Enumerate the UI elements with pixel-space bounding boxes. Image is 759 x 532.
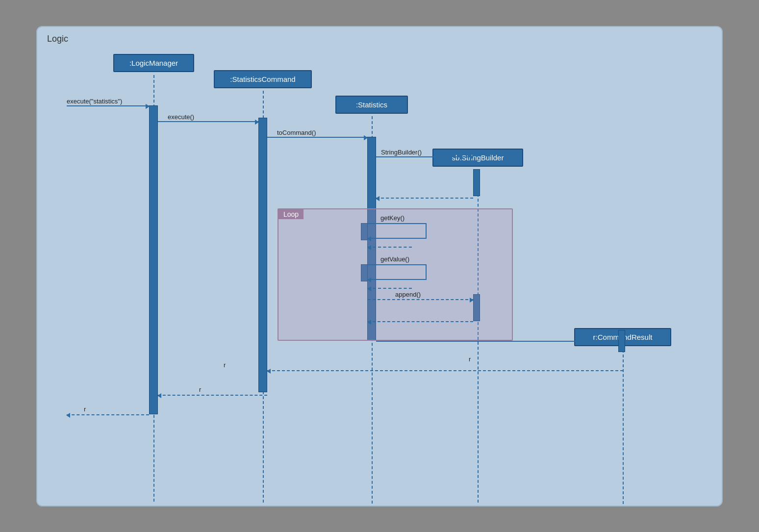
arrow-stringbuilder: StringBuilder() (376, 156, 473, 157)
msg-execute: execute() (168, 113, 194, 121)
msg-getvalue: getValue() (380, 255, 409, 263)
msg-r-lm: r (199, 386, 201, 393)
arrow-append (368, 299, 473, 300)
msg-r-sc: r (224, 361, 226, 369)
lifeline-box-statisticscommand: :StatisticsCommand (214, 70, 312, 88)
msg-execute-statistics: execute("statistics") (67, 98, 122, 105)
diagram-container: Logic :LogicManager :StatisticsCommand :… (36, 26, 723, 507)
arrow-execute: execute() (158, 121, 258, 122)
lifeline-box-statistics: :Statistics (335, 96, 408, 114)
msg-stringbuilder: StringBuilder() (381, 149, 422, 156)
lifeline-box-stringbuilder: sb:StringBuilder (432, 149, 523, 167)
arrow-return-sc-lm (158, 395, 267, 396)
msg-r-cr: r (469, 355, 471, 363)
self-arrow-getkey-return (368, 247, 412, 248)
msg-getkey: getKey() (380, 214, 405, 222)
activation-logicmanager (149, 105, 158, 414)
arrow-return-sb-st (376, 198, 473, 199)
lifeline-box-logicmanager: :LogicManager (113, 54, 194, 72)
activation-commandresult (618, 330, 625, 352)
loop-label: Loop (278, 209, 304, 219)
self-arrow-getkey-top (368, 223, 427, 238)
self-arrow-getvalue-top (368, 264, 427, 279)
arrow-to-commandresult (376, 341, 618, 342)
diagram-title: Logic (47, 34, 68, 44)
msg-r-out: r (84, 405, 86, 413)
arrow-execute-statistics: execute("statistics") (67, 105, 149, 106)
self-arrow-getvalue-return (368, 288, 412, 289)
activation-stringbuilder-init (473, 169, 480, 196)
activation-statisticscommand (258, 118, 267, 392)
msg-append: append() (395, 291, 421, 298)
self-arrow-getvalue-bottom (368, 279, 427, 280)
self-arrow-getkey-bottom (368, 238, 427, 239)
lifeline-commandresult (623, 350, 624, 504)
arrow-return-sb-loop (368, 321, 473, 322)
arrow-return-lm (67, 414, 149, 415)
msg-tocommand: toCommand() (277, 129, 316, 136)
arrow-tocommand: toCommand() (267, 137, 367, 138)
arrow-return-cr-sc (267, 370, 623, 371)
